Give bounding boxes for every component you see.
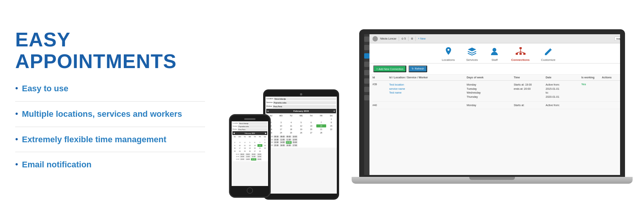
laptop-screen-outer: Nikola Loncar ⊙ 5 ⚙ + New Help ▾ bbox=[359, 29, 625, 177]
phone-speaker bbox=[244, 118, 256, 120]
services-label: Services bbox=[466, 58, 478, 62]
row2-id: #40 bbox=[373, 104, 388, 106]
svg-rect-4 bbox=[523, 53, 526, 55]
tablet-app-ui: Location Nova lokacija Service Popravka … bbox=[265, 97, 337, 148]
tablet-device: Location Nova lokacija Service Popravka … bbox=[263, 89, 339, 200]
sidebar-icon-4 bbox=[364, 62, 369, 67]
topbar-separator bbox=[399, 37, 399, 41]
app-topbar: Nikola Loncar ⊙ 5 ⚙ + New Help ▾ bbox=[369, 34, 620, 43]
feature-list: •Easy to use•Multiple locations, service… bbox=[15, 83, 205, 177]
laptop-notch bbox=[469, 177, 515, 180]
tabs-count: ⊙ 5 bbox=[401, 37, 406, 40]
svg-rect-3 bbox=[519, 53, 522, 55]
th-date: Date bbox=[546, 76, 580, 79]
topbar-separator-2 bbox=[408, 37, 409, 41]
phone-device: Location Nova lokacija Service Popravka … bbox=[229, 114, 271, 198]
phone-screen: Location Nova lokacija Service Popravka … bbox=[232, 121, 268, 186]
th-location: Id / Location / Service / Worker bbox=[389, 76, 465, 79]
app-toolbar: + Add New Connection ↻ Refresh bbox=[369, 64, 620, 75]
app-main: Nikola Loncar ⊙ 5 ⚙ + New Help ▾ bbox=[369, 34, 620, 175]
feature-text: Extremely flexible time management bbox=[22, 134, 166, 145]
customize-icon bbox=[543, 46, 554, 57]
laptop-area: Nikola Loncar ⊙ 5 ⚙ + New Help ▾ bbox=[355, 29, 629, 184]
nav-customize[interactable]: Customize bbox=[541, 46, 556, 62]
services-icon bbox=[467, 46, 477, 57]
connections-table: Id Id / Location / Service / Worker Days… bbox=[369, 75, 620, 175]
bullet: • bbox=[15, 134, 18, 145]
sidebar-icon-7 bbox=[364, 87, 369, 92]
bullet: • bbox=[15, 159, 18, 170]
nav-services[interactable]: Services bbox=[466, 46, 478, 62]
location-icon bbox=[443, 46, 454, 57]
locations-label: Locations bbox=[442, 58, 455, 62]
add-connection-button[interactable]: + Add New Connection bbox=[373, 65, 406, 72]
row1-location: Test locationservice nameTest name bbox=[389, 83, 465, 95]
nav-connections[interactable]: Connections bbox=[511, 46, 529, 62]
main-title: EASY APPOINTMENTS bbox=[15, 29, 205, 72]
sidebar-icon-2 bbox=[364, 45, 369, 50]
feature-text: Multiple locations, services and workers bbox=[22, 108, 182, 120]
table-row: #40 Monday Starts at: Active from: bbox=[373, 102, 620, 109]
row2-time: Starts at: bbox=[514, 104, 544, 106]
svg-rect-1 bbox=[519, 47, 522, 49]
sidebar-icon-3[interactable] bbox=[364, 53, 369, 59]
row1-id: #39 bbox=[373, 83, 388, 86]
connections-label: Connections bbox=[511, 58, 529, 62]
feature-item: •Easy to use bbox=[15, 83, 205, 102]
phone-home-button[interactable] bbox=[247, 188, 253, 194]
row1-working: Yes bbox=[581, 83, 600, 86]
settings-icon: ⚙ bbox=[411, 37, 413, 40]
refresh-button[interactable]: ↻ Refresh bbox=[409, 65, 427, 72]
th-working: Is working bbox=[581, 76, 600, 79]
th-id: Id bbox=[373, 76, 388, 79]
svg-line-8 bbox=[521, 52, 524, 53]
table-row: #39 Test locationservice nameTest name M… bbox=[373, 81, 620, 102]
row1-days: MondayTuesdayWednesdayThursday bbox=[467, 83, 512, 99]
laptop-base bbox=[352, 177, 633, 184]
tablet-screen: Location Nova lokacija Service Popravka … bbox=[265, 97, 337, 194]
feature-text: Easy to use bbox=[22, 83, 68, 94]
customize-label: Customize bbox=[541, 58, 556, 62]
feature-item: •Email notification bbox=[15, 159, 205, 177]
laptop-screen-inner: Nikola Loncar ⊙ 5 ⚙ + New Help ▾ bbox=[364, 34, 620, 175]
feature-text: Email notification bbox=[22, 159, 92, 170]
phone-app-ui: Location Nova lokacija Service Popravka … bbox=[232, 121, 268, 161]
table-header: Id Id / Location / Service / Worker Days… bbox=[373, 75, 620, 81]
row1-time: Starts at: 19:00ends at: 20:00 bbox=[514, 83, 544, 91]
th-actions: Actions bbox=[602, 76, 620, 79]
new-btn[interactable]: + New bbox=[418, 37, 426, 40]
left-panel: EASY APPOINTMENTS •Easy to use•Multiple … bbox=[15, 29, 213, 184]
row2-date: Active from: bbox=[546, 104, 580, 106]
devices-area: Location Nova lokacija Service Popravka … bbox=[213, 8, 355, 205]
app-ui: Nikola Loncar ⊙ 5 ⚙ + New Help ▾ bbox=[364, 34, 620, 175]
page-container: EASY APPOINTMENTS •Easy to use•Multiple … bbox=[0, 0, 644, 213]
connections-icon bbox=[515, 46, 526, 57]
staff-label: Staff bbox=[491, 58, 497, 62]
help-button[interactable]: Help ▾ bbox=[614, 37, 620, 41]
bullet: • bbox=[15, 83, 18, 94]
sidebar-icon-5 bbox=[364, 70, 369, 75]
row2-days: Monday bbox=[467, 104, 512, 106]
th-time: Time bbox=[514, 76, 544, 79]
app-sidebar bbox=[364, 34, 369, 175]
nav-locations[interactable]: Locations bbox=[442, 46, 455, 62]
svg-point-0 bbox=[492, 48, 496, 52]
user-avatar bbox=[373, 36, 378, 41]
svg-rect-2 bbox=[516, 53, 518, 55]
feature-item: •Extremely flexible time management bbox=[15, 134, 205, 153]
sidebar-icon-8 bbox=[364, 95, 369, 100]
nav-staff[interactable]: Staff bbox=[489, 46, 500, 62]
row1-date: Active from:2015-01-01to:2020-01-01 bbox=[546, 83, 580, 99]
sidebar-icon-6 bbox=[364, 78, 369, 84]
app-nav-icons: Locations Services bbox=[369, 43, 620, 64]
topbar-separator-3 bbox=[415, 37, 416, 41]
user-name: Nikola Loncar bbox=[380, 37, 396, 40]
staff-icon bbox=[489, 46, 500, 57]
sidebar-icon-1 bbox=[364, 37, 369, 42]
tablet-camera bbox=[300, 93, 302, 95]
bullet: • bbox=[15, 108, 18, 119]
svg-line-6 bbox=[517, 52, 521, 53]
th-days: Days of week bbox=[467, 76, 512, 79]
feature-item: •Multiple locations, services and worker… bbox=[15, 108, 205, 127]
